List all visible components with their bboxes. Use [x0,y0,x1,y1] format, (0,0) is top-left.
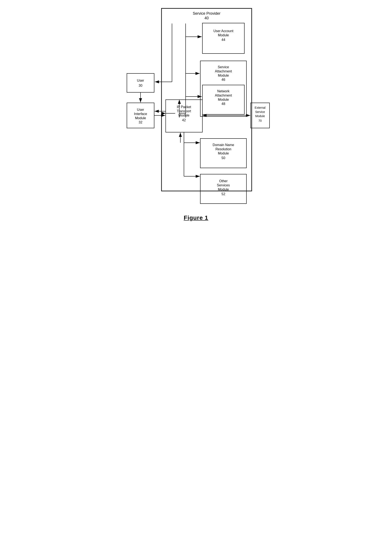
other-services-label3: Module [218,188,229,191]
domain-name-number: 50 [222,156,225,160]
diagram-area: Service Provider 40 User Account Module … [121,4,272,211]
other-services-label2: Services [217,183,230,187]
domain-name-label1: Domain Name [212,143,234,147]
service-attachment-label3: Module [218,74,229,77]
user-interface-number: 32 [139,120,142,124]
ip-packet-label1: IP Packet [177,105,191,109]
service-attachment-number: 46 [222,78,225,82]
service-provider-number: 40 [204,16,209,20]
page-container: Service Provider 40 User Account Module … [121,4,272,221]
service-provider-label: Service Provider [193,11,220,16]
user-label: User [137,79,144,82]
figure-label: Figure 1 [184,214,208,221]
user-box [127,73,154,92]
other-services-number: 52 [222,192,225,196]
external-service-label1: External [255,106,265,109]
network-attachment-label1: Network [217,89,230,93]
service-attachment-outer-box [200,61,246,117]
other-services-label1: Other [219,179,228,183]
external-service-number: 70 [258,119,262,122]
user-interface-label1: User [137,108,144,112]
user-number: 30 [139,84,142,87]
ip-packet-number: 42 [182,118,186,122]
user-interface-label3: Module [135,116,146,120]
service-attachment-label1: Service [218,65,229,69]
ip-packet-label2: Transport [177,109,191,113]
network-attachment-label2: Attachment [215,94,232,97]
user-account-label1: User Account [213,29,234,33]
domain-name-label2: Resolution [215,147,231,151]
user-account-label2: Module [218,33,229,37]
ip-packet-label3: Module [178,113,189,117]
external-service-label3: Module [255,114,265,118]
user-account-number: 44 [222,38,225,41]
network-attachment-number: 48 [222,102,225,106]
network-attachment-label3: Module [218,98,229,101]
service-attachment-label2: Attachment [215,70,232,73]
external-service-label2: Service [255,110,265,113]
domain-name-label3: Module [218,152,229,155]
user-interface-label2: Interface [134,112,147,116]
